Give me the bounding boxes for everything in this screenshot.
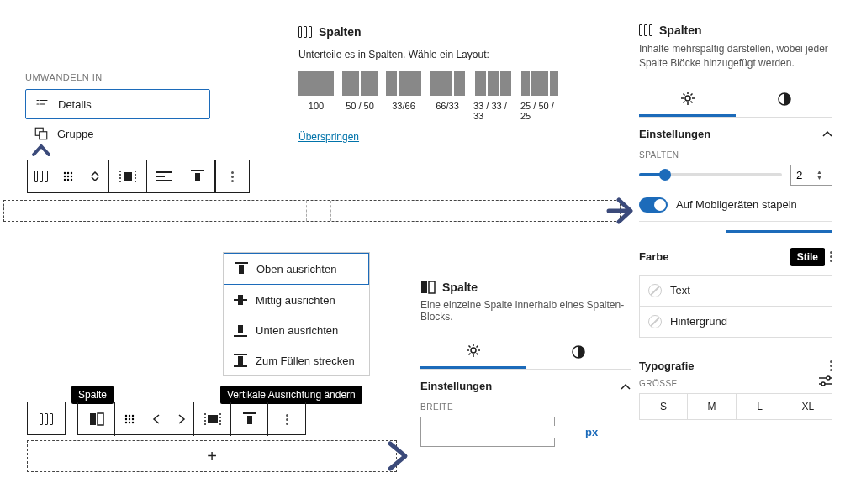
layout-option[interactable]: 66/33 [430,71,465,121]
layout-option[interactable]: 33 / 33 / 33 [473,71,512,121]
columns-block-icon-button[interactable] [28,160,55,192]
ellipsis-vertical-icon [231,171,234,182]
transform-item-details[interactable]: Details [25,89,210,119]
chevron-up-icon[interactable] [822,130,832,137]
spin-down-icon[interactable]: ▼ [816,175,822,181]
valign-menu: Oben ausrichtenMittig ausrichtenUnten au… [223,252,370,376]
move-updown-button[interactable] [82,160,108,192]
transform-item-label: Details [58,98,92,111]
svg-point-5 [64,176,66,177]
layout-option[interactable]: 50 / 50 [342,71,378,121]
size-option[interactable]: XL [784,394,832,419]
valign-label: Unten ausrichten [256,324,338,337]
columns-number-input[interactable]: ▲▼ [790,165,832,186]
settings-tab[interactable] [639,82,736,117]
styles-tab[interactable] [736,82,832,117]
transform-item-label: Gruppe [57,128,93,140]
transform-item-gruppe[interactable]: Gruppe [25,119,210,148]
size-option[interactable]: L [737,394,784,419]
width-input[interactable]: px [420,417,555,447]
valign-item[interactable]: Mittig ausrichten [224,285,369,315]
valign-label: Mittig ausrichten [256,294,335,307]
parent-columns-button[interactable] [28,402,65,436]
valign-top-icon [243,412,256,426]
arrow-right-icon [385,438,412,474]
chevron-up-icon[interactable] [621,383,631,390]
color-text-row[interactable]: Text [639,275,832,307]
justify-button[interactable] [147,160,181,192]
layout-option-label: 33/66 [392,101,415,111]
chevron-left-icon [152,414,161,424]
svg-rect-1 [40,132,47,139]
svg-point-10 [71,179,72,181]
svg-point-36 [827,376,830,380]
stack-toggle[interactable] [639,197,668,213]
svg-point-24 [132,418,134,420]
move-left-button[interactable] [144,402,169,436]
valign-button[interactable] [231,402,268,436]
spin-up-icon[interactable]: ▲ [816,169,822,175]
columns-slider[interactable] [639,173,782,176]
layout-option-label: 33 / 33 / 33 [473,101,512,121]
svg-point-2 [64,172,66,174]
block-inserter[interactable]: + [27,440,397,472]
stile-chip: Stile [790,248,825,266]
color-label: Text [670,284,690,297]
layout-chooser: Spalten Unterteile es in Spalten. Wähle … [298,25,559,143]
column-title: Spalte [442,281,478,294]
more-options-button[interactable] [215,160,249,192]
valign-top-button[interactable] [181,160,214,192]
drag-handle-button[interactable] [115,402,144,436]
stack-label: Auf Mobilgeräten stapeln [676,198,797,211]
columns-number-field[interactable] [796,169,816,181]
styles-tab[interactable] [526,334,631,369]
color-bg-row[interactable]: Hintergrund [639,307,832,338]
plus-icon: + [207,447,217,466]
arrow-right-icon [605,195,637,227]
valign-item[interactable]: Unten ausrichten [224,315,369,345]
move-right-button[interactable] [169,402,194,436]
more-options-button[interactable] [268,402,305,436]
valign-label: Zum Füllen strecken [256,354,355,367]
width-field[interactable] [421,426,577,438]
swatch-none-icon [648,315,662,328]
valign-item[interactable]: Zum Füllen strecken [224,345,369,375]
layout-option[interactable]: 25 / 50 / 25 [520,71,559,121]
unit-selector[interactable]: px [577,426,606,438]
svg-rect-15 [238,325,243,333]
skip-link[interactable]: Überspringen [298,131,359,143]
swatch-none-icon [648,284,662,297]
size-option[interactable]: S [640,394,688,419]
block-toolbar [27,160,250,193]
svg-point-37 [821,382,825,386]
align-full-button[interactable] [109,160,146,192]
valign-item[interactable]: Oben ausrichten [224,253,369,285]
layout-option-label: 66/33 [436,101,459,111]
columns-icon [298,26,312,38]
align-wide-button[interactable] [194,402,231,436]
valign-icon [235,262,248,276]
svg-point-22 [125,418,127,420]
sliders-icon[interactable] [819,375,832,387]
svg-rect-30 [421,281,427,293]
section-settings: Einstellungen [639,128,710,140]
drag-icon [124,413,135,425]
svg-rect-29 [247,416,252,424]
size-option[interactable]: M [688,394,736,419]
layout-option-label: 25 / 50 / 25 [520,101,559,121]
farbe-options-button[interactable] [830,251,832,262]
align-wide-icon [204,412,221,426]
layout-option[interactable]: 33/66 [386,71,421,121]
breite-label: Breite [420,402,631,412]
settings-tab[interactable] [420,334,526,369]
svg-point-9 [67,179,69,181]
columns-editor-placeholder[interactable] [3,200,621,222]
column-block-icon-button[interactable] [78,402,115,436]
layout-option[interactable]: 100 [298,71,334,121]
transform-panel: Umwandeln in Details Gruppe [25,72,210,148]
layout-title: Spalten [319,25,362,39]
svg-rect-17 [90,413,96,425]
drag-icon [62,171,74,182]
typografie-options-button[interactable] [830,360,832,371]
drag-handle-button[interactable] [55,160,82,192]
